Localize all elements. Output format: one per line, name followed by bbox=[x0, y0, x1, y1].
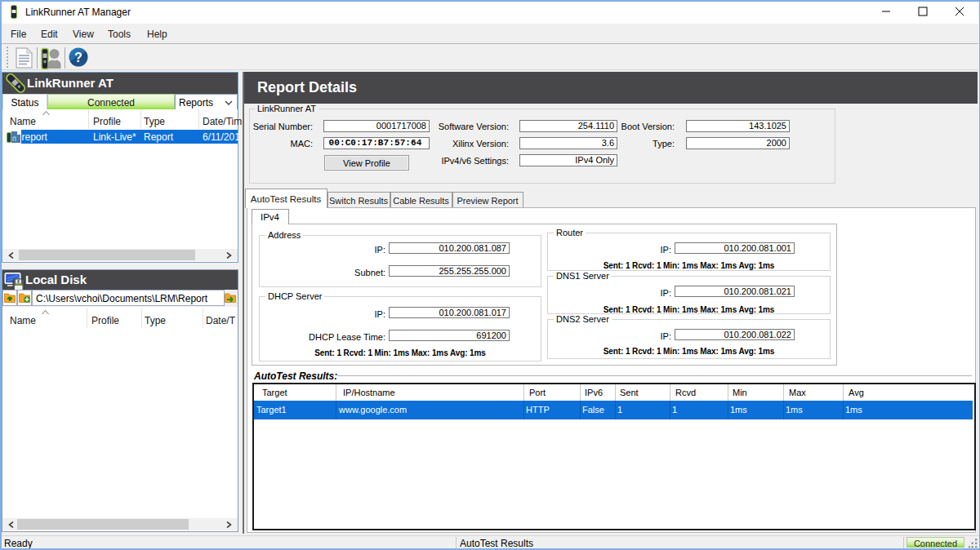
svg-text:?: ? bbox=[74, 51, 82, 64]
